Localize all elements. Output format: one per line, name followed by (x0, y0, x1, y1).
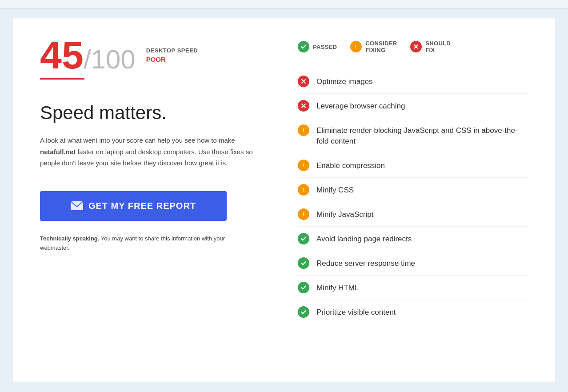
item-icon-prioritize-visible (298, 306, 309, 318)
list-item-minify-javascript: !Minify JavaScript (298, 202, 528, 227)
item-icon-enable-compression: ! (298, 160, 309, 171)
right-panel: PASSED ! CONSIDERFIXING SHOULDFIX Optimi… (298, 36, 528, 364)
should-icon (410, 41, 422, 52)
mail-icon (71, 201, 83, 210)
technically-speaking: Technically speaking. You may want to sh… (40, 234, 227, 253)
site-name: netafull.net (40, 148, 76, 156)
legend-should: SHOULDFIX (410, 40, 451, 53)
main-container: 45/100 DESKTOP SPEED POOR Speed matters.… (13, 18, 555, 382)
score-label: DESKTOP SPEED POOR (146, 47, 198, 63)
legend-passed: PASSED (298, 41, 337, 52)
item-text-eliminate-render: Eliminate render-blocking JavaScript and… (316, 124, 528, 147)
svg-text:!: ! (355, 44, 357, 49)
technically-speaking-bold: Technically speaking. (40, 235, 99, 242)
list-item-minify-html: Minify HTML (298, 276, 528, 300)
cta-button[interactable]: GET MY FREE REPORT (40, 191, 227, 221)
legend: PASSED ! CONSIDERFIXING SHOULDFIX (298, 40, 528, 53)
item-icon-minify-javascript: ! (298, 208, 309, 220)
browser-bar (0, 0, 568, 9)
list-item-enable-compression: !Enable compression (298, 153, 528, 178)
item-icon-leverage-caching (298, 100, 309, 112)
score-label-title: DESKTOP SPEED (146, 47, 198, 54)
legend-consider-label: CONSIDERFIXING (365, 40, 397, 53)
cta-label: GET MY FREE REPORT (88, 201, 196, 211)
passed-icon (298, 41, 309, 52)
description-part1: A look at what went into your score can … (40, 136, 235, 144)
legend-consider: ! CONSIDERFIXING (350, 40, 397, 53)
svg-text:!: ! (303, 212, 304, 217)
item-text-enable-compression: Enable compression (316, 160, 385, 171)
list-item-optimize-images: Optimize images (298, 69, 528, 94)
item-text-reduce-server: Reduce server response time (316, 257, 415, 269)
item-icon-minify-css: ! (298, 184, 309, 196)
list-item-leverage-caching: Leverage browser caching (298, 94, 528, 118)
left-panel: 45/100 DESKTOP SPEED POOR Speed matters.… (40, 36, 271, 364)
item-text-optimize-images: Optimize images (316, 76, 373, 87)
consider-icon: ! (350, 41, 362, 52)
score-out-of: /100 (84, 44, 136, 74)
item-icon-minify-html (298, 282, 309, 293)
item-icon-optimize-images (298, 76, 309, 87)
item-text-leverage-caching: Leverage browser caching (316, 100, 405, 112)
item-text-minify-css: Minify CSS (316, 184, 354, 196)
legend-should-label: SHOULDFIX (425, 40, 451, 53)
score-status: POOR (146, 56, 198, 63)
item-text-avoid-redirects: Avoid landing page redirects (316, 233, 412, 244)
item-icon-eliminate-render: ! (298, 124, 309, 136)
svg-text:!: ! (303, 163, 304, 168)
items-list: Optimize imagesLeverage browser caching!… (298, 69, 528, 324)
list-item-minify-css: !Minify CSS (298, 178, 528, 202)
score-display: 45/100 (40, 36, 136, 75)
item-text-prioritize-visible: Prioritize visible content (316, 306, 396, 318)
score-value: 45 (40, 33, 84, 77)
headline: Speed matters. (40, 102, 271, 124)
description: A look at what went into your score can … (40, 135, 271, 169)
item-icon-avoid-redirects (298, 233, 309, 244)
list-item-avoid-redirects: Avoid landing page redirects (298, 227, 528, 251)
legend-passed-label: PASSED (313, 44, 337, 50)
svg-text:!: ! (303, 128, 304, 133)
list-item-eliminate-render: !Eliminate render-blocking JavaScript an… (298, 118, 528, 153)
score-underline (40, 78, 84, 80)
item-text-minify-javascript: Minify JavaScript (316, 208, 373, 220)
list-item-reduce-server: Reduce server response time (298, 251, 528, 276)
svg-text:!: ! (303, 187, 304, 192)
list-item-prioritize-visible: Prioritize visible content (298, 300, 528, 324)
score-section: 45/100 DESKTOP SPEED POOR (40, 36, 271, 75)
item-icon-reduce-server (298, 257, 309, 269)
item-text-minify-html: Minify HTML (316, 282, 359, 293)
